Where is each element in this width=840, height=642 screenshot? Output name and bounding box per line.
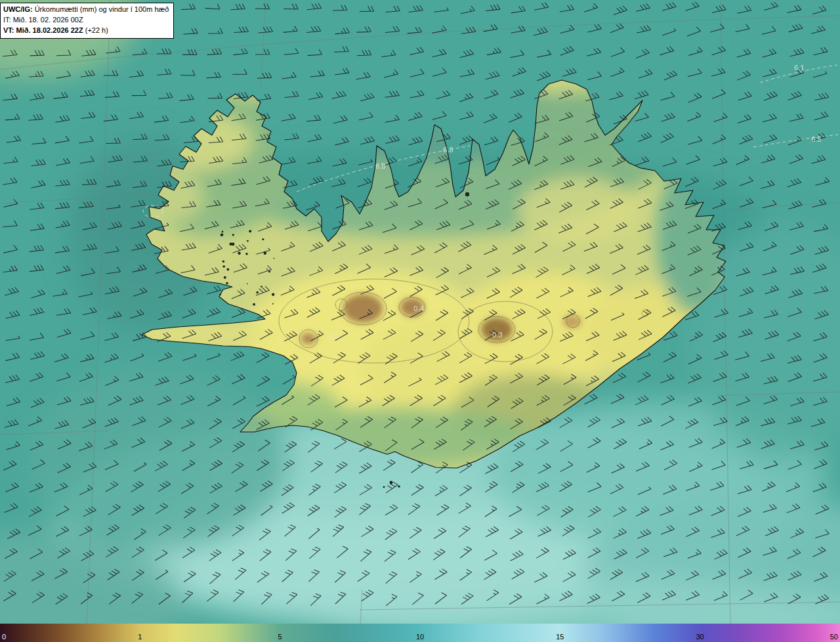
contour-label: 6.1 [794,64,804,72]
islet [220,234,224,237]
islet [272,303,274,305]
valid-time-line: VT: Mið. 18.02.2026 22Z (+22 h) [3,26,169,36]
islet [227,268,230,271]
islet [222,265,225,268]
islet [224,276,226,279]
weather-map: 6.86.86.16.50.50.40.3 [0,0,840,624]
islet [261,286,262,288]
valid-time-bold: VT: Mið. 18.02.2026 22Z [3,26,83,34]
islet [230,243,232,246]
islet [238,252,240,255]
island [390,481,393,484]
contour-label: 0.4 [413,305,423,312]
valid-time-offset: (+22 h) [83,26,108,34]
init-time-line: IT: Mið. 18. 02. 2026 00Z [3,15,169,26]
islet [247,240,249,242]
islet [249,230,251,232]
islet [222,261,224,263]
islet [219,294,221,296]
contour-label: 6.8 [443,146,453,154]
island [398,485,400,488]
colorbar-tick: 0 [2,633,6,641]
title-box: UWC/IG: Úrkomumætti (mm) og vindur í 100… [0,3,174,39]
islet [262,238,264,240]
islet [222,231,224,233]
islet [232,234,234,236]
contour-label: 6.5 [811,135,821,143]
islet [253,303,255,306]
colorbar-tick: 5 [278,633,282,641]
islet [268,270,270,272]
title-text: Úrkomumætti (mm) og vindur í 100m hæð [33,5,169,13]
islet [245,253,248,255]
islet [247,283,248,284]
islet [274,258,275,259]
model-id-label: UWC/IG: [3,5,33,13]
colorbar-tick: 15 [556,633,564,641]
precipitation-colorbar: 01510153050 [0,624,840,642]
colorbar-tick: 10 [416,633,424,641]
islet [272,293,274,295]
contour-label: 0.3 [492,331,502,339]
contour-label: 0.5 [328,332,338,340]
colorbar-tick: 30 [696,633,704,641]
weather-map-page: 6.86.86.16.50.50.40.3 UWC/IG: Úrkomumætt… [0,0,840,642]
title-line-1: UWC/IG: Úrkomumætti (mm) og vindur í 100… [3,5,169,15]
islet [226,282,228,285]
island [383,486,385,488]
colorbar-tick: 50 [830,633,838,641]
colorbar-tick: 1 [138,633,142,641]
islet [256,291,259,294]
island [465,192,469,196]
contour-label: 6.8 [375,162,385,170]
